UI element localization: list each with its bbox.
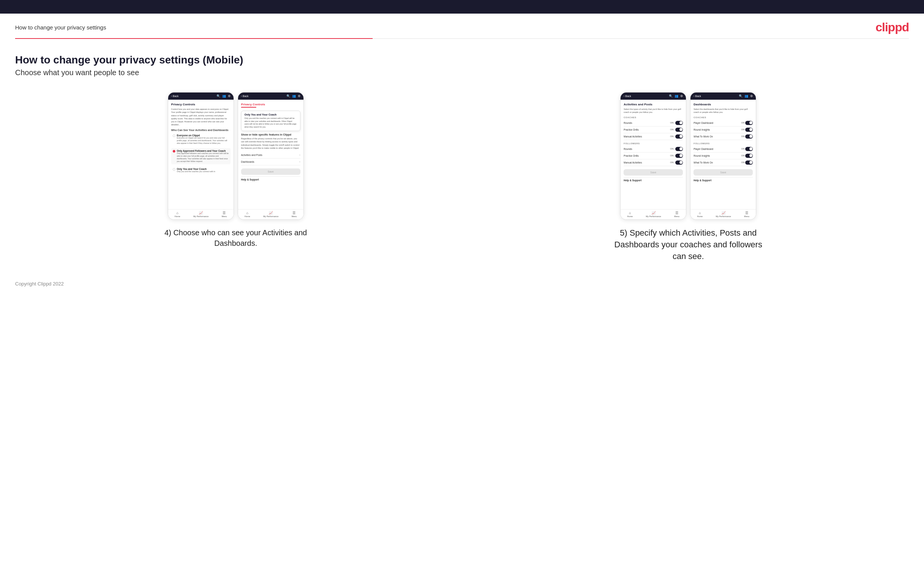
radio-only-you[interactable]: Only You and Your Coach Only you and the… [171,166,231,174]
insights-follower-on: ON [741,155,745,157]
nav-menu-2[interactable]: ☰ Menu [292,211,297,218]
mockup1-nav: ‹ Back 🔍 👥 ⚙ [168,92,234,100]
mockup1-body: Privacy Controls Control how you and you… [168,100,234,209]
save-button-2[interactable]: Save [241,168,300,175]
page-heading: How to change your privacy settings (Mob… [15,54,909,66]
search-icon[interactable]: 🔍 [216,94,220,98]
search-icon-2[interactable]: 🔍 [286,94,290,98]
work-follower-label: What To Work On [693,161,713,164]
nav-menu-label-1: Menu [222,215,227,218]
manual-coach-on: ON [670,135,674,137]
nav-performance-4[interactable]: 📈 My Performance [716,211,731,218]
nav-menu-label-3: Menu [674,215,680,218]
activity-manual-coach: Manual Activities ON [624,133,683,140]
rounds-follower-on: ON [670,148,674,150]
nav-performance-1[interactable]: 📈 My Performance [194,211,208,218]
menu-icon-4: ☰ [745,211,748,215]
radio-text-everyone: Everyone on Clippd Everyone on Clippd ca… [177,134,229,145]
save-button-4[interactable]: Save [693,169,753,176]
mockup3-back[interactable]: ‹ Back [624,95,631,97]
settings-icon-2[interactable]: ⚙ [298,94,300,98]
phone-mockup-2: ‹ Back 🔍 👥 ⚙ Privacy Controls [238,92,304,220]
list-dashboards-label: Dashboards [241,161,254,163]
rounds-coach-toggle[interactable] [675,121,683,125]
list-activities[interactable]: Activities and Posts › [241,152,300,159]
activity-rounds-follower: Rounds ON [624,146,683,153]
mockup2-nav: ‹ Back 🔍 👥 ⚙ [238,92,304,100]
copyright-text: Copyright Clippd 2022 [15,281,64,287]
rounds-coach-label: Rounds [624,122,632,124]
dashboard-insights-coach: Round Insights ON [693,126,753,133]
nav-menu-1[interactable]: ☰ Menu [222,211,227,218]
drills-coach-label: Practice Drills [624,128,639,131]
radio-approved[interactable]: Only Approved Followers and Your Coach O… [171,148,231,164]
footer: Copyright Clippd 2022 [0,273,924,298]
rounds-coach-right: ON [670,121,683,125]
nav-home-1[interactable]: ⌂ Home [174,211,180,218]
people-icon-2[interactable]: 👥 [292,94,296,98]
dashboard-work-coach: What To Work On ON [693,133,753,140]
insights-coach-toggle[interactable] [745,127,753,132]
nav-home-label-3: Home [627,215,633,218]
privacy-tab-label: Privacy Controls [241,103,265,106]
drills-coach-toggle[interactable] [675,127,683,132]
mockup1-body-text: Control how you and your data appears to… [171,108,231,126]
manual-coach-toggle[interactable] [675,134,683,139]
nav-menu-3[interactable]: ☰ Menu [674,211,680,218]
insights-follower-label: Round Insights [693,155,710,157]
phone-mockup-3: ‹ Back 🔍 👥 ⚙ Activities and Posts Select… [620,92,686,220]
list-dashboards[interactable]: Dashboards › [241,159,300,165]
player-dash-follower-right: ON [741,147,753,151]
dashboard-player-coach: Player Dashboard ON [693,120,753,126]
mockup1-section-title: Privacy Controls [171,103,231,106]
left-col: ‹ Back 🔍 👥 ⚙ Privacy Controls Control ho… [15,92,457,262]
privacy-controls-tab[interactable]: Privacy Controls [241,103,300,109]
player-dash-coach-toggle[interactable] [745,121,753,125]
caption-5: 5) Specify which Activities, Posts and D… [612,227,764,262]
radio-text-only-you: Only You and Your Coach Only you and the… [177,168,215,173]
mockup4-bottom-nav: ⌂ Home 📈 My Performance ☰ Menu [690,209,756,219]
settings-icon[interactable]: ⚙ [228,94,231,98]
mockup2-back[interactable]: ‹ Back [241,95,249,97]
work-coach-toggle[interactable] [745,134,753,139]
activity-drills-follower: Practice Drills ON [624,153,683,160]
mockup1-back[interactable]: ‹ Back [171,95,179,97]
radio-label-everyone: Everyone on Clippd [177,134,229,137]
rounds-follower-toggle[interactable] [675,147,683,151]
people-icon-4[interactable]: 👥 [745,94,748,98]
manual-follower-label: Manual Activities [624,161,642,164]
mockup1: ‹ Back 🔍 👥 ⚙ Privacy Controls Control ho… [168,92,234,220]
save-button-3[interactable]: Save [624,169,683,176]
mockup3-bottom-nav: ⌂ Home 📈 My Performance ☰ Menu [620,209,686,219]
mockup4-back[interactable]: ‹ Back [693,95,701,97]
search-icon-3[interactable]: 🔍 [669,94,673,98]
insights-follower-right: ON [741,154,753,158]
radio-everyone[interactable]: Everyone on Clippd Everyone on Clippd ca… [171,132,231,146]
player-dash-coach-right: ON [741,121,753,125]
drills-follower-toggle[interactable] [675,154,683,158]
insights-follower-toggle[interactable] [745,154,753,158]
rounds-follower-right: ON [670,147,683,151]
home-icon-4: ⌂ [699,211,701,215]
people-icon-3[interactable]: 👥 [675,94,678,98]
nav-performance-2[interactable]: 📈 My Performance [263,211,278,218]
manual-follower-on: ON [670,161,674,163]
nav-performance-3[interactable]: 📈 My Performance [646,211,661,218]
manual-follower-toggle[interactable] [675,161,683,164]
nav-menu-4[interactable]: ☰ Menu [744,211,750,218]
page-subheading: Choose what you want people to see [15,68,909,77]
nav-home-3[interactable]: ⌂ Home [627,211,633,218]
top-bar [0,0,924,14]
settings-icon-4[interactable]: ⚙ [750,94,753,98]
search-icon-4[interactable]: 🔍 [739,94,743,98]
settings-icon-3[interactable]: ⚙ [680,94,683,98]
people-icon[interactable]: 👥 [222,94,226,98]
nav-home-2[interactable]: ⌂ Home [244,211,250,218]
nav-home-4[interactable]: ⌂ Home [697,211,703,218]
followers-label-4: FOLLOWERS [693,142,753,145]
chart-icon-1: 📈 [199,211,203,215]
show-hide-text: Regardless of the privacy controls that … [241,137,300,150]
work-follower-toggle[interactable] [745,161,753,164]
drills-follower-on: ON [670,155,674,157]
player-dash-follower-toggle[interactable] [745,147,753,151]
